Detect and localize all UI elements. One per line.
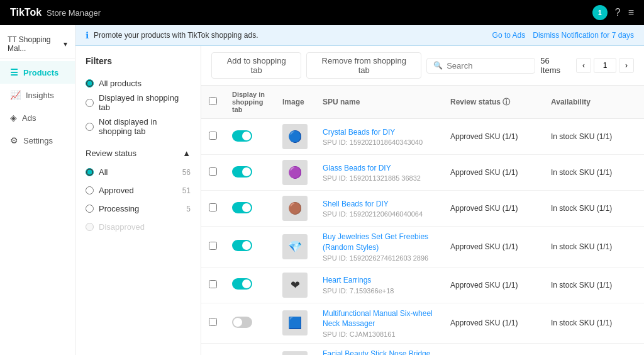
row-image-cell: 🟦 — [275, 303, 315, 344]
row-checkbox-2[interactable] — [209, 203, 217, 211]
row-toggle-cell — [225, 344, 275, 355]
sidebar-item-label: Ads — [22, 113, 36, 123]
filter-display-displayed[interactable]: Displayed in shopping tab — [86, 91, 191, 115]
product-name-2[interactable]: Shell Beads for DIY — [323, 199, 435, 210]
review-status-header[interactable]: Review status ▲ — [86, 149, 191, 158]
pagination: ‹ › — [576, 58, 634, 73]
row-image-cell: 🟣 — [275, 155, 315, 191]
review-status-0: Approved SKU (1/1) — [450, 132, 518, 141]
product-id-2: SPU ID: 1592021206046040064 — [323, 210, 435, 218]
availability-2: In stock SKU (1/1) — [551, 204, 612, 213]
radio-not_displayed[interactable] — [86, 123, 94, 131]
radio-review-approved[interactable] — [86, 186, 94, 194]
page-input[interactable] — [594, 58, 616, 73]
radio-displayed[interactable] — [86, 99, 94, 107]
prev-page-button[interactable]: ‹ — [576, 58, 591, 73]
add-to-shopping-tab-button[interactable]: Add to shopping tab — [211, 52, 301, 79]
table-row: ❤ Heart Earrings SPU ID: 7.159366e+18 Ap… — [201, 267, 644, 303]
search-input[interactable] — [447, 61, 528, 70]
sidebar-item-insights[interactable]: 📈Insights — [0, 84, 75, 106]
next-page-button[interactable]: › — [619, 58, 634, 73]
products-table: Display inshopping tab Image SPU name Re… — [201, 86, 644, 355]
product-id-4: SPU ID: 7.159366e+18 — [323, 287, 435, 295]
toggle-slider-3 — [232, 240, 252, 251]
shopping-tab-toggle-4[interactable] — [232, 278, 252, 290]
sidebar-item-settings[interactable]: ⚙Settings — [0, 129, 75, 152]
review-count: 56 — [182, 168, 191, 177]
table-row: 🔵 Crystal Beads for DIY SPU ID: 15920210… — [201, 119, 644, 155]
header-checkbox — [201, 86, 225, 119]
items-count: 56 Items — [540, 56, 571, 75]
review-status-2: Approved SKU (1/1) — [450, 204, 518, 213]
shopping-tab-toggle-0[interactable] — [232, 130, 252, 142]
product-id-1: SPU ID: 1592011321885 36832 — [323, 174, 435, 182]
row-checkbox-0[interactable] — [209, 132, 217, 140]
row-image-cell: 💎 — [275, 227, 315, 268]
row-name-cell: Facial Beauty Stick Nose Bridge Acupress… — [315, 344, 443, 355]
row-availability-cell: In stock SKU (1/1) — [543, 191, 644, 227]
notification-bar: ℹ Promote your products with TikTok shop… — [75, 25, 644, 46]
filter-display-not_displayed[interactable]: Not displayed in shopping tab — [86, 115, 191, 138]
product-name-6[interactable]: Facial Beauty Stick Nose Bridge Acupress… — [323, 349, 435, 355]
remove-from-shopping-tab-button[interactable]: Remove from shopping tab — [306, 52, 421, 79]
user-avatar[interactable]: 1 — [592, 5, 608, 20]
toggle-slider-1 — [232, 166, 252, 178]
row-checkbox-1[interactable] — [209, 167, 217, 176]
dismiss-notification-link[interactable]: Dismiss Notification for 7 days — [533, 31, 634, 40]
row-checkbox-4[interactable] — [209, 280, 217, 288]
select-all-checkbox[interactable] — [209, 97, 217, 105]
product-image-3: 💎 — [282, 234, 308, 259]
help-icon[interactable]: ? — [615, 7, 621, 18]
go-to-ads-link[interactable]: Go to Ads — [492, 31, 526, 40]
product-image-0: 🔵 — [282, 124, 308, 149]
insights-icon: 📈 — [10, 90, 21, 100]
review-label: Processing — [99, 204, 139, 213]
review-count: 51 — [182, 186, 191, 195]
row-name-cell: Buy Jewelries Set Get Freebies (Random S… — [315, 227, 443, 268]
row-checkbox-cell — [201, 119, 225, 155]
availability-4: In stock SKU (1/1) — [551, 281, 612, 290]
shopping-tab-toggle-1[interactable] — [232, 166, 252, 178]
radio-review-processing[interactable] — [86, 205, 94, 213]
radio-all[interactable] — [86, 79, 94, 87]
product-name-1[interactable]: Glass Beads for DIY — [323, 163, 435, 174]
review-status-3: Approved SKU (1/1) — [450, 242, 518, 251]
product-name-5[interactable]: Multifunctional Manual Six-wheel Neck Ma… — [323, 308, 435, 330]
shopping-tab-toggle-3[interactable] — [232, 240, 252, 251]
notif-actions: Go to Ads Dismiss Notification for 7 day… — [492, 31, 634, 40]
product-image-5: 🟦 — [282, 310, 308, 335]
sidebar-item-ads[interactable]: ◈Ads — [0, 106, 75, 129]
radio-review-all[interactable] — [86, 168, 94, 176]
row-name-cell: Shell Beads for DIY SPU ID: 159202120604… — [315, 191, 443, 227]
product-id-3: SPU ID: 1592026274612603 2896 — [323, 254, 435, 262]
toggle-slider-4 — [232, 278, 252, 290]
row-toggle-cell — [225, 155, 275, 191]
toggle-slider-2 — [232, 202, 252, 213]
review-item-processing: Processing 5 — [86, 200, 191, 218]
product-name-4[interactable]: Heart Earrings — [323, 275, 435, 286]
product-name-3[interactable]: Buy Jewelries Set Get Freebies (Random S… — [323, 232, 435, 253]
row-toggle-cell — [225, 191, 275, 227]
review-label: Disapproved — [99, 222, 145, 232]
row-name-cell: Heart Earrings SPU ID: 7.159366e+18 — [315, 267, 443, 303]
row-checkbox-3[interactable] — [209, 242, 217, 250]
row-checkbox-cell — [201, 344, 225, 355]
row-availability-cell: In stock SKU (1/1) — [543, 227, 644, 268]
sidebar-item-products[interactable]: ☰Products — [0, 61, 75, 84]
ads-icon: ◈ — [10, 113, 17, 123]
shopping-tab-toggle-5[interactable] — [232, 317, 252, 328]
review-item-disapproved: Disapproved — [86, 218, 191, 236]
review-status-1: Approved SKU (1/1) — [450, 168, 518, 177]
row-checkbox-5[interactable] — [209, 318, 217, 326]
menu-icon[interactable]: ≡ — [628, 7, 634, 18]
product-name-0[interactable]: Crystal Beads for DIY — [323, 127, 435, 138]
store-selector[interactable]: TT Shopping Mal... ▾ — [0, 30, 75, 59]
review-item-approved: Approved 51 — [86, 181, 191, 200]
toggle-slider-0 — [232, 130, 252, 142]
filter-display-all[interactable]: All products — [86, 76, 191, 91]
review-item-all: All 56 — [86, 163, 191, 181]
row-image-cell: 🟫 — [275, 344, 315, 355]
header-image: Image — [275, 86, 315, 119]
shopping-tab-toggle-2[interactable] — [232, 202, 252, 213]
row-review-cell: Approved SKU (1/1) — [443, 119, 543, 155]
